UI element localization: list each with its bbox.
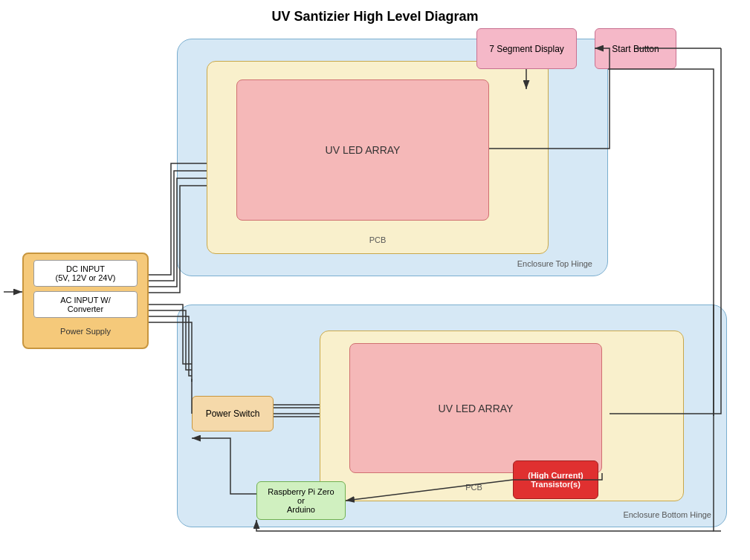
start-button-label: Start Button	[612, 44, 659, 54]
power-supply-label: Power Supply	[60, 327, 111, 336]
ac-input-box: AC INPUT W/Converter	[33, 291, 138, 318]
start-button-box: Start Button	[595, 28, 676, 69]
uv-array-top-label: UV LED ARRAY	[326, 144, 401, 156]
page-title: UV Santizier High Level Diagram	[0, 0, 750, 30]
segment-display-box: 7 Segment Display	[476, 28, 577, 69]
rpi-label: Raspberry Pi ZeroorArduino	[268, 487, 334, 514]
power-switch-label: Power Switch	[206, 408, 260, 419]
uv-array-bottom-label: UV LED ARRAY	[439, 403, 514, 414]
pcb-bottom-label: PCB	[465, 483, 482, 492]
segment-display-label: 7 Segment Display	[489, 44, 564, 54]
rpi-box: Raspberry Pi ZeroorArduino	[256, 481, 346, 520]
transistor-box: (High Current)Transistor(s)	[513, 460, 598, 499]
uv-array-top: UV LED ARRAY	[236, 79, 489, 221]
power-switch-box: Power Switch	[192, 396, 274, 432]
uv-array-bottom: UV LED ARRAY	[349, 343, 602, 473]
dc-input-box: DC INPUT(5V, 12V or 24V)	[33, 260, 138, 287]
diagram-container: UV Santizier High Level Diagram Enclosur…	[0, 0, 750, 560]
pcb-top-label: PCB	[369, 235, 387, 244]
enclosure-bottom-label: Enclosure Bottom Hinge	[623, 510, 711, 519]
enclosure-top-label: Enclosure Top Hinge	[517, 259, 592, 268]
ac-input-label: AC INPUT W/Converter	[60, 296, 111, 313]
transistor-label: (High Current)Transistor(s)	[528, 471, 583, 489]
dc-input-label: DC INPUT(5V, 12V or 24V)	[56, 264, 116, 282]
power-supply-box: DC INPUT(5V, 12V or 24V) AC INPUT W/Conv…	[22, 253, 149, 349]
